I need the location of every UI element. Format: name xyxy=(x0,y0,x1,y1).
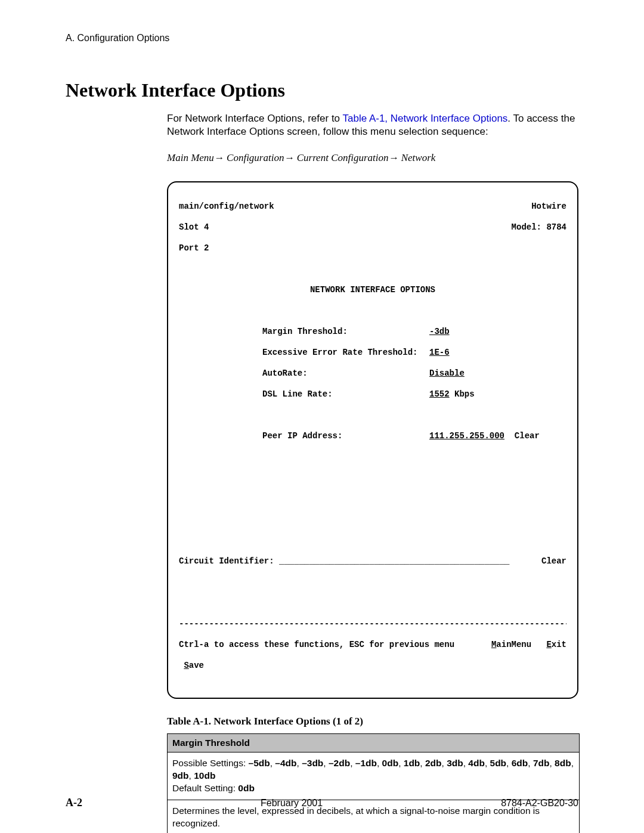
opt-dslrate-suffix: Kbps xyxy=(450,389,475,400)
opt-eer-label: Excessive Error Rate Threshold: xyxy=(179,348,429,358)
opt-peer-clear[interactable]: Clear xyxy=(515,431,540,442)
terminal-mainmenu[interactable]: MainMenu xyxy=(491,640,531,651)
terminal-path: main/config/network xyxy=(179,202,274,212)
terminal-slot: Slot 4 xyxy=(179,222,209,233)
page-footer: A-2 February 2001 8784-A2-GB20-30 xyxy=(66,797,578,809)
footer-doc-id: 8784-A2-GB20-30 xyxy=(501,798,578,809)
table-cell: Possible Settings: –5db, –4db, –3db, –2d… xyxy=(168,753,579,800)
menu-navigation-path: Main Menu→ Configuration→ Current Config… xyxy=(167,151,578,165)
circuit-clear[interactable]: Clear xyxy=(541,556,566,567)
document-page: A. Configuration Options Network Interfa… xyxy=(0,0,644,833)
terminal-separator: ----------------------------------------… xyxy=(179,619,566,630)
terminal-save[interactable]: Save xyxy=(179,661,566,671)
opt-autorate-label: AutoRate: xyxy=(179,368,429,379)
circuit-label: Circuit Identifier: xyxy=(179,556,274,566)
footer-date: February 2001 xyxy=(261,798,323,809)
terminal-help: Ctrl-a to access these functions, ESC fo… xyxy=(179,640,491,651)
opt-autorate-value[interactable]: Disable xyxy=(429,368,465,379)
table-reference-link[interactable]: Table A-1, Network Interface Options xyxy=(342,113,507,124)
opt-peer-value[interactable]: 111.255.255.000 xyxy=(429,431,504,442)
table-caption: Table A-1. Network Interface Options (1 … xyxy=(167,716,578,727)
opt-margin-value[interactable]: -3db xyxy=(429,327,450,337)
opt-margin-label: Margin Threshold: xyxy=(179,327,429,337)
intro-text-before: For Network Interface Options, refer to xyxy=(167,113,342,124)
opt-eer-value[interactable]: 1E-6 xyxy=(429,348,450,358)
opt-dslrate-label: DSL Line Rate: xyxy=(179,389,429,400)
page-header-breadcrumb: A. Configuration Options xyxy=(66,33,578,44)
terminal-title: NETWORK INTERFACE OPTIONS xyxy=(179,285,566,296)
options-table: Margin ThresholdPossible Settings: –5db,… xyxy=(167,733,580,833)
terminal-model: Model: 8784 xyxy=(512,222,566,233)
terminal-exit[interactable]: Exit xyxy=(546,640,566,651)
table-section-header: Margin Threshold xyxy=(168,734,579,753)
terminal-screen: main/config/networkHotwire Slot 4Model: … xyxy=(167,181,578,699)
opt-dslrate-value[interactable]: 1552 xyxy=(429,389,450,400)
terminal-port: Port 2 xyxy=(179,243,566,254)
page-number: A-2 xyxy=(66,797,82,809)
opt-peer-label: Peer IP Address: xyxy=(179,431,429,442)
intro-paragraph: For Network Interface Options, refer to … xyxy=(167,112,578,165)
section-heading: Network Interface Options xyxy=(66,79,578,101)
terminal-brand: Hotwire xyxy=(531,202,566,212)
